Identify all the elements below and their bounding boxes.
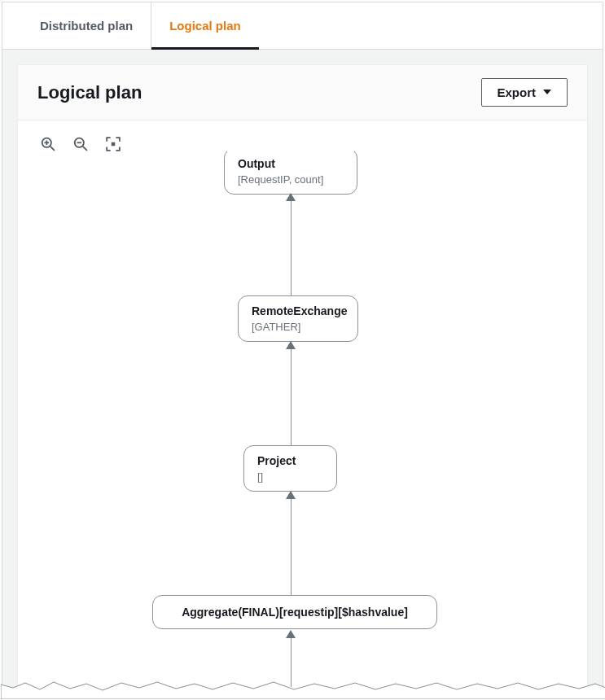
export-button-label: Export (497, 85, 536, 99)
page-title: Logical plan (37, 82, 142, 103)
edge-arrowhead-icon (286, 341, 296, 349)
zoom-out-icon[interactable] (73, 137, 88, 151)
app-frame: Distributed plan Logical plan Logical pl… (2, 2, 603, 698)
fit-screen-icon[interactable] (106, 137, 121, 151)
node-title: Aggregate(FINAL)[requestip][$hashvalue] (166, 606, 423, 619)
node-title: Project (257, 454, 323, 467)
edge-arrowhead-icon (286, 491, 296, 499)
svg-line-1 (50, 147, 55, 151)
content-area: Logical plan Export (2, 50, 603, 698)
export-button[interactable]: Export (481, 78, 568, 107)
node-title: RemoteExchange (252, 304, 344, 317)
node-title: Output (238, 157, 344, 170)
node-aggregate[interactable]: Aggregate(FINAL)[requestip][$hashvalue] (152, 595, 437, 629)
node-subtitle: [GATHER] (252, 321, 344, 333)
node-output[interactable]: Output [RequestIP, count] (224, 151, 357, 195)
logical-plan-panel: Logical plan Export (17, 64, 588, 698)
tab-label: Distributed plan (40, 19, 133, 33)
edge-arrowhead-icon (286, 630, 296, 638)
panel-header: Logical plan Export (18, 65, 587, 120)
caret-down-icon (542, 85, 552, 99)
edge-line (291, 638, 292, 687)
node-remote-exchange[interactable]: RemoteExchange [GATHER] (238, 295, 358, 342)
tab-label: Logical plan (169, 19, 241, 33)
node-subtitle: [RequestIP, count] (238, 173, 344, 186)
zoom-in-icon[interactable] (41, 137, 55, 151)
tab-bar: Distributed plan Logical plan (2, 2, 603, 50)
diagram-toolbar (18, 120, 587, 151)
tab-distributed-plan[interactable]: Distributed plan (22, 2, 151, 49)
tab-logical-plan[interactable]: Logical plan (151, 2, 259, 49)
node-project[interactable]: Project [] (243, 445, 337, 492)
svg-rect-7 (112, 142, 116, 147)
diagram-canvas[interactable]: Output [RequestIP, count] RemoteExchange… (18, 151, 587, 697)
edge-arrowhead-icon (286, 193, 296, 201)
edge-line (291, 201, 292, 295)
edge-line (291, 349, 292, 445)
node-subtitle: [] (257, 470, 323, 483)
svg-line-5 (83, 147, 87, 151)
edge-line (291, 499, 292, 595)
